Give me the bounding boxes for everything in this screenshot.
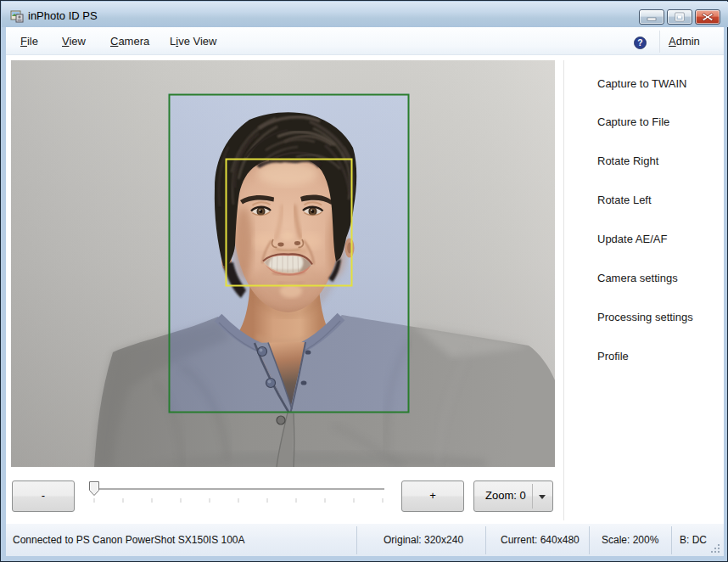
svg-text:?: ? — [637, 38, 642, 48]
